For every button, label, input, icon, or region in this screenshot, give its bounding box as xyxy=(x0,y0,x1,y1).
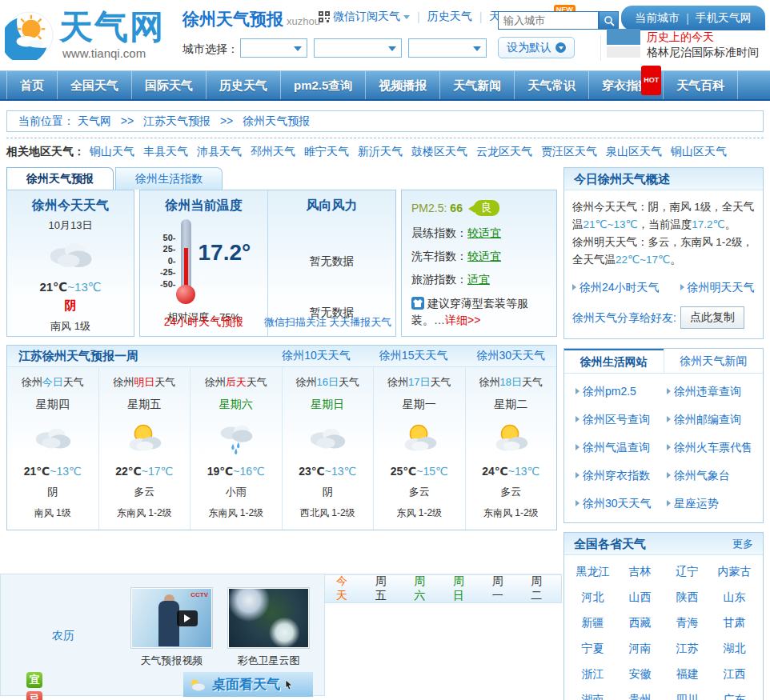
province-link[interactable]: 湖北 xyxy=(711,642,758,656)
mini-tab-sunday[interactable]: 周日 xyxy=(453,574,472,603)
copy-button[interactable]: 点此复制 xyxy=(680,306,744,329)
tab-life-index[interactable]: 徐州生活指数 xyxy=(115,167,223,190)
history-today-title[interactable]: 历史上的今天 xyxy=(647,30,714,45)
mobile-site-link[interactable]: 手机天气网 xyxy=(696,11,752,26)
nav-item-history[interactable]: 历史天气 xyxy=(207,71,281,99)
mini-tab-friday[interactable]: 周五 xyxy=(375,574,395,603)
related-region-link[interactable]: 沛县天气 xyxy=(197,145,242,158)
search-input[interactable] xyxy=(498,11,599,30)
nav-item-dress-index[interactable]: 穿衣指数HOT xyxy=(589,71,664,99)
province-link[interactable]: 吉林 xyxy=(616,565,664,579)
province-link[interactable]: 山东 xyxy=(711,590,758,605)
index-value-link[interactable]: 适宜 xyxy=(467,273,490,286)
life-link[interactable]: 星座运势 xyxy=(667,497,758,511)
life-link[interactable]: 徐州30天天气 xyxy=(575,497,667,511)
life-link[interactable]: 徐州区号查询 xyxy=(575,413,667,427)
nav-item-international[interactable]: 国际天气 xyxy=(132,71,207,99)
city-select[interactable] xyxy=(314,38,402,58)
mini-tab-today[interactable]: 今天 xyxy=(336,574,355,603)
life-link[interactable]: 徐州pm2.5 xyxy=(575,385,667,399)
mini-tab-saturday[interactable]: 周六 xyxy=(414,574,433,603)
hourly-forecast-link[interactable]: 24小时天气预报 xyxy=(140,315,267,330)
nav-item-pm25[interactable]: pm2.5查询 xyxy=(281,71,366,99)
index-value-link[interactable]: 较适宜 xyxy=(467,250,501,262)
province-link[interactable]: 四川 xyxy=(664,693,711,700)
tianqi-logo-icon[interactable] xyxy=(5,10,54,60)
province-link[interactable]: 福建 xyxy=(664,667,711,682)
province-link[interactable]: 陕西 xyxy=(664,590,711,605)
province-select[interactable] xyxy=(240,38,307,58)
province-link[interactable]: 广东 xyxy=(711,693,758,700)
life-link[interactable]: 徐州火车票代售 xyxy=(667,441,758,455)
current-city-link[interactable]: 当前城市 xyxy=(635,11,680,26)
province-link[interactable]: 宁夏 xyxy=(569,642,616,656)
detail-link[interactable]: 详细>> xyxy=(445,314,480,326)
forecast-15day-link[interactable]: 徐州15天天气 xyxy=(379,349,448,363)
forecast-day-16[interactable]: 徐州16日天气 星期日 23℃~13℃ 阴 西北风 1-2级 xyxy=(283,367,375,530)
breadcrumb-home[interactable]: 天气网 xyxy=(78,114,111,127)
forecast-day-17[interactable]: 徐州17日天气 星期一 25℃~15℃ 多云 东风 1-2级 xyxy=(374,367,466,530)
hourly-weather-link[interactable]: 徐州24小时天气 xyxy=(572,278,660,296)
set-default-button[interactable]: 设为默认 xyxy=(498,37,575,58)
forecast-day-today[interactable]: 徐州今日天气 星期四 21℃~13℃ 阴 南风 1级 xyxy=(7,367,99,530)
life-link[interactable]: 徐州违章查询 xyxy=(667,385,758,399)
province-link[interactable]: 内蒙古 xyxy=(711,565,758,579)
province-link[interactable]: 辽宁 xyxy=(664,565,711,579)
province-link[interactable]: 安徽 xyxy=(616,667,664,682)
search-button[interactable] xyxy=(599,11,619,30)
forecast-day-18[interactable]: 徐州18日天气 星期二 24℃~13℃ 多云 东南风 1-2级 xyxy=(466,367,557,530)
breadcrumb-province[interactable]: 江苏天气预报 xyxy=(143,114,211,127)
life-link[interactable]: 徐州气象台 xyxy=(667,469,758,483)
forecast-day-aftertomorrow[interactable]: 徐州后天天气 星期六 19℃~16℃ 小雨 东南风 1-2级 xyxy=(190,367,283,530)
play-icon[interactable] xyxy=(177,610,198,626)
life-link[interactable]: 徐州邮编查询 xyxy=(667,413,758,427)
province-link[interactable]: 湖南 xyxy=(569,693,616,700)
related-region-link[interactable]: 泉山区天气 xyxy=(606,145,662,158)
satellite-caption[interactable]: 彩色卫星云图 xyxy=(227,654,310,668)
index-value-link[interactable]: 较适宜 xyxy=(467,226,501,239)
desktop-weather-banner[interactable]: 桌面看天气 xyxy=(183,672,313,697)
province-link[interactable]: 江西 xyxy=(711,667,758,682)
wechat-scan-link[interactable]: 微信扫描关注 天天播报天气 xyxy=(260,315,395,330)
life-link[interactable]: 徐州气温查询 xyxy=(575,441,667,455)
nav-item-video[interactable]: 视频播报 xyxy=(366,71,440,99)
mini-tab-tuesday[interactable]: 周二 xyxy=(531,574,550,603)
related-region-link[interactable]: 丰县天气 xyxy=(143,145,188,158)
breadcrumb-city[interactable]: 徐州天气预报 xyxy=(243,114,310,127)
province-link[interactable]: 贵州 xyxy=(616,693,664,700)
forecast-30day-link[interactable]: 徐州30天天气 xyxy=(476,349,545,363)
more-link[interactable]: 更多 xyxy=(732,533,753,554)
tab-weather-news[interactable]: 徐州天气新闻 xyxy=(664,349,764,373)
province-link[interactable]: 河北 xyxy=(569,590,616,605)
forecast-10day-link[interactable]: 徐州10天天气 xyxy=(282,349,351,363)
history-weather-link[interactable]: 历史天气 xyxy=(427,10,472,24)
nav-item-home[interactable]: 首页 xyxy=(6,71,58,99)
province-link[interactable]: 黑龙江 xyxy=(569,565,616,579)
nav-item-knowledge[interactable]: 天气常识 xyxy=(515,71,589,99)
nav-item-news[interactable]: 天气新闻 xyxy=(440,71,515,99)
province-link[interactable]: 西藏 xyxy=(616,616,664,630)
related-region-link[interactable]: 铜山天气 xyxy=(90,145,134,158)
province-link[interactable]: 青海 xyxy=(664,616,711,630)
site-logo-text[interactable]: 天气网 xyxy=(59,10,165,45)
life-link[interactable]: 徐州穿衣指数 xyxy=(575,469,667,483)
related-region-link[interactable]: 鼓楼区天气 xyxy=(411,145,467,158)
province-link[interactable]: 山西 xyxy=(616,590,664,605)
share-widget-block-2[interactable] xyxy=(607,46,640,58)
related-region-link[interactable]: 邳州天气 xyxy=(251,145,295,158)
province-link[interactable]: 甘肃 xyxy=(711,616,758,630)
district-select[interactable] xyxy=(408,38,487,58)
tomorrow-weather-link[interactable]: 徐州明天天气 xyxy=(680,278,755,296)
tab-life-sites[interactable]: 徐州生活网站 xyxy=(564,349,664,373)
nav-item-wiki[interactable]: 天气百科 xyxy=(664,71,738,99)
history-today-subtitle[interactable]: 格林尼治国际标准时间 xyxy=(647,46,768,60)
province-link[interactable]: 河南 xyxy=(616,642,664,656)
province-link[interactable]: 浙江 xyxy=(569,667,616,682)
nav-item-national[interactable]: 全国天气 xyxy=(58,71,132,99)
video-caption[interactable]: 天气预报视频 xyxy=(130,654,213,668)
tab-weather-forecast[interactable]: 徐州天气预报 xyxy=(6,167,114,190)
related-region-link[interactable]: 云龙区天气 xyxy=(476,145,532,158)
site-logo-url[interactable]: www.tianqi.com xyxy=(62,46,146,60)
province-link[interactable]: 江苏 xyxy=(664,642,711,656)
related-region-link[interactable]: 贾汪区天气 xyxy=(541,145,597,158)
